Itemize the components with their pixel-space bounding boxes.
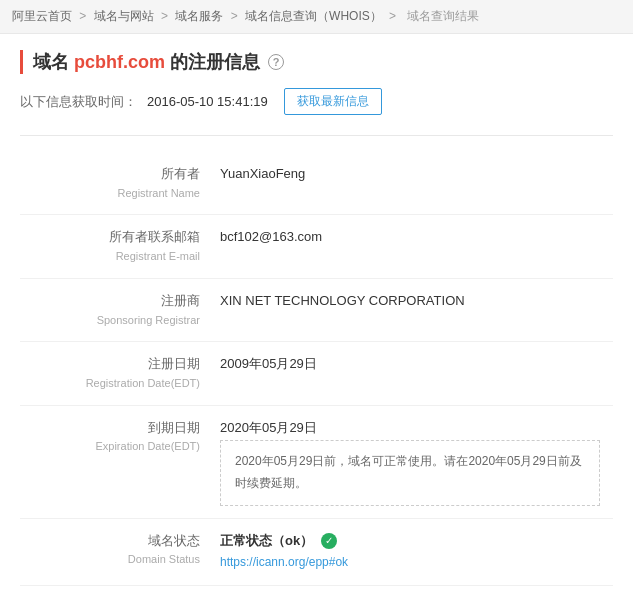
label-domain-status: 域名状态 Domain Status — [20, 531, 220, 569]
domain-name: pcbhf.com — [74, 52, 165, 73]
row-registrant-name: 所有者 Registrant Name YuanXiaoFeng — [20, 152, 613, 215]
value-expiration-date: 2020年05月29日 2020年05月29日前，域名可正常使用。请在2020年… — [220, 418, 613, 506]
breadcrumb-service[interactable]: 域名服务 — [175, 9, 223, 23]
breadcrumb: 阿里云首页 > 域名与网站 > 域名服务 > 域名信息查询（WHOIS） > 域… — [0, 0, 633, 34]
fetch-button[interactable]: 获取最新信息 — [284, 88, 382, 115]
zh-label-1: 所有者联系邮箱 — [20, 227, 200, 248]
status-ok-icon: ✓ — [321, 533, 337, 549]
title-prefix: 域名 — [33, 50, 69, 74]
zh-label-4: 到期日期 — [20, 418, 200, 439]
breadcrumb-sep-2: > — [161, 9, 171, 23]
value-domain-status: 正常状态（ok） ✓ https://icann.org/epp#ok — [220, 531, 613, 573]
label-registrant-name: 所有者 Registrant Name — [20, 164, 220, 202]
en-label-0: Registrant Name — [20, 185, 200, 203]
label-sponsoring-registrar: 注册商 Sponsoring Registrar — [20, 291, 220, 329]
value-sponsoring-registrar: XIN NET TECHNOLOGY CORPORATION — [220, 291, 613, 312]
status-url-link[interactable]: https://icann.org/epp#ok — [220, 553, 613, 572]
divider — [20, 135, 613, 136]
row-name-server: DNS服务器 Name Server DNS1：NS.CDNHOST.CN DN… — [20, 586, 613, 592]
value-registration-date: 2009年05月29日 — [220, 354, 613, 375]
en-label-5: Domain Status — [20, 551, 200, 569]
info-table: 所有者 Registrant Name YuanXiaoFeng 所有者联系邮箱… — [20, 152, 613, 592]
row-domain-status: 域名状态 Domain Status 正常状态（ok） ✓ https://ic… — [20, 519, 613, 586]
fetch-info-bar: 以下信息获取时间： 2016-05-10 15:41:19 获取最新信息 — [20, 88, 613, 115]
en-label-2: Sponsoring Registrar — [20, 312, 200, 330]
status-line: 正常状态（ok） ✓ — [220, 531, 613, 552]
breadcrumb-sep-1: > — [79, 9, 89, 23]
zh-label-3: 注册日期 — [20, 354, 200, 375]
title-suffix: 的注册信息 — [170, 50, 260, 74]
label-registrant-email: 所有者联系邮箱 Registrant E-mail — [20, 227, 220, 265]
row-registrant-email: 所有者联系邮箱 Registrant E-mail bcf102@163.com — [20, 215, 613, 278]
page-title: 域名 pcbhf.com 的注册信息 ? — [20, 50, 613, 74]
main-content: 域名 pcbhf.com 的注册信息 ? 以下信息获取时间： 2016-05-1… — [0, 34, 633, 592]
breadcrumb-whois[interactable]: 域名信息查询（WHOIS） — [245, 9, 382, 23]
value-registrant-name: YuanXiaoFeng — [220, 164, 613, 185]
zh-label-5: 域名状态 — [20, 531, 200, 552]
breadcrumb-domains[interactable]: 域名与网站 — [94, 9, 154, 23]
zh-label-2: 注册商 — [20, 291, 200, 312]
value-registrant-email: bcf102@163.com — [220, 227, 613, 248]
en-label-1: Registrant E-mail — [20, 248, 200, 266]
fetch-timestamp: 2016-05-10 15:41:19 — [147, 94, 268, 109]
en-label-4: Expiration Date(EDT) — [20, 438, 200, 456]
row-sponsoring-registrar: 注册商 Sponsoring Registrar XIN NET TECHNOL… — [20, 279, 613, 342]
expiration-notice: 2020年05月29日前，域名可正常使用。请在2020年05月29日前及时续费延… — [220, 440, 600, 505]
expiration-date-value: 2020年05月29日 — [220, 418, 613, 439]
row-registration-date: 注册日期 Registration Date(EDT) 2009年05月29日 — [20, 342, 613, 405]
breadcrumb-home[interactable]: 阿里云首页 — [12, 9, 72, 23]
en-label-3: Registration Date(EDT) — [20, 375, 200, 393]
row-expiration-date: 到期日期 Expiration Date(EDT) 2020年05月29日 20… — [20, 406, 613, 519]
breadcrumb-current: 域名查询结果 — [407, 9, 479, 23]
label-registration-date: 注册日期 Registration Date(EDT) — [20, 354, 220, 392]
label-expiration-date: 到期日期 Expiration Date(EDT) — [20, 418, 220, 456]
breadcrumb-sep-4: > — [389, 9, 399, 23]
zh-label-0: 所有者 — [20, 164, 200, 185]
status-ok-text: 正常状态（ok） — [220, 531, 313, 552]
breadcrumb-sep-3: > — [231, 9, 241, 23]
fetch-label: 以下信息获取时间： — [20, 93, 137, 111]
help-icon[interactable]: ? — [268, 54, 284, 70]
